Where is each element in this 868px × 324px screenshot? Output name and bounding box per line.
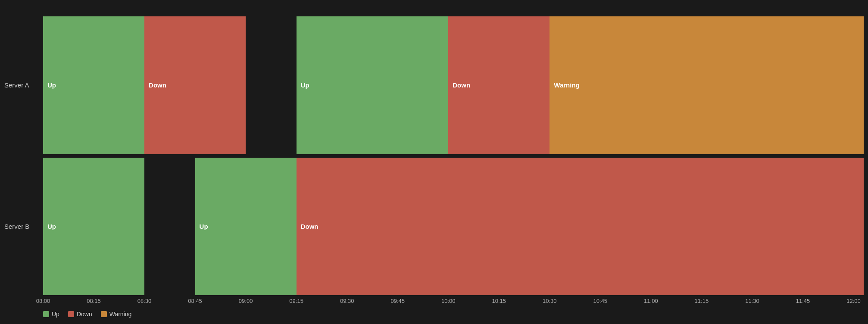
time-tick: 11:00 [644, 298, 658, 304]
timeline-row: Server BUpUpDown [4, 158, 864, 296]
legend-swatch [68, 311, 74, 317]
time-tick: 11:45 [796, 298, 810, 304]
legend-swatch [101, 311, 107, 317]
time-tick: 11:30 [745, 298, 759, 304]
time-tick: 08:15 [87, 298, 101, 304]
block-down: Down [297, 158, 864, 296]
chart-container: Server AUpDownUpDownWarningServer BUpUpD… [0, 0, 868, 324]
time-tick: 09:15 [289, 298, 303, 304]
time-tick: 10:00 [441, 298, 456, 304]
legend-label: Warning [109, 311, 132, 318]
time-tick: 11:15 [695, 298, 709, 304]
legend-label: Up [52, 311, 59, 318]
time-tick: 09:45 [390, 298, 405, 304]
legend-item: Down [68, 311, 92, 318]
row-label: Server A [4, 81, 43, 89]
timeline-row: Server AUpDownUpDownWarning [4, 16, 864, 154]
block-down: Down [448, 16, 550, 154]
block-up: Up [43, 158, 144, 296]
block-warning: Warning [550, 16, 864, 154]
legend-item: Warning [101, 311, 132, 318]
time-tick: 10:30 [543, 298, 557, 304]
row-blocks: UpUpDown [43, 158, 864, 296]
time-tick: 09:00 [239, 298, 253, 304]
legend-label: Down [77, 311, 92, 318]
row-label: Server B [4, 223, 43, 230]
block-up: Up [195, 158, 297, 296]
legend-swatch [43, 311, 49, 317]
time-axis: 08:0008:1508:3008:4509:0009:1509:3009:45… [43, 295, 864, 307]
time-tick: 09:30 [340, 298, 354, 304]
legend-item: Up [43, 311, 59, 318]
block-down: Down [144, 16, 246, 154]
time-tick: 12:00 [846, 298, 861, 304]
time-tick: 08:45 [188, 298, 202, 304]
time-tick: 10:15 [492, 298, 506, 304]
timeline-rows: Server AUpDownUpDownWarningServer BUpUpD… [4, 16, 864, 295]
row-blocks: UpDownUpDownWarning [43, 16, 864, 154]
time-tick: 08:30 [137, 298, 152, 304]
block-up: Up [297, 16, 449, 154]
legend: UpDownWarning [43, 311, 864, 320]
chart-area: Server AUpDownUpDownWarningServer BUpUpD… [4, 16, 864, 320]
block-up: Up [43, 16, 144, 154]
time-tick: 08:00 [36, 298, 50, 304]
time-tick: 10:45 [593, 298, 608, 304]
